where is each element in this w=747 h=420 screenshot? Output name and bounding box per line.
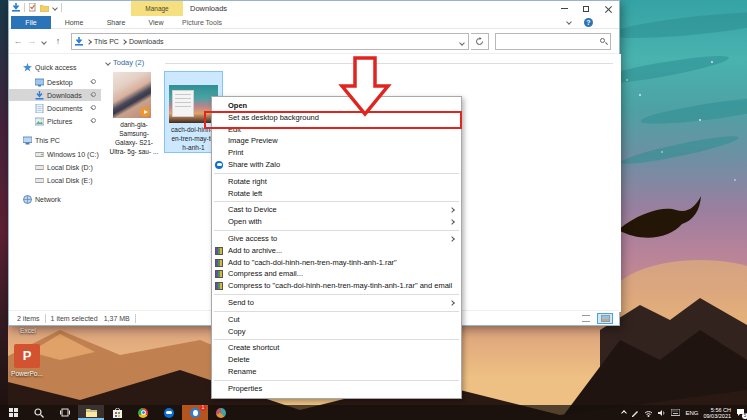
ribbon-tab-home[interactable]: Home [55, 16, 93, 29]
network-wifi-icon[interactable] [644, 409, 653, 417]
sidebar-item-desktop[interactable]: Desktop [9, 76, 101, 88]
menu-item-properties[interactable]: Properties [212, 383, 461, 395]
menu-item-copy[interactable]: Copy [212, 326, 461, 338]
menu-item-delete[interactable]: Delete [212, 354, 461, 366]
ribbon-tab-manage[interactable]: Manage [131, 1, 183, 16]
network-icon [23, 195, 32, 204]
menu-item-compress-and-email[interactable]: Compress and email... [212, 268, 461, 280]
taskbar-microsoft-store[interactable] [104, 405, 130, 420]
taskbar: 1 ENG 5:56 CH 09/03/2021 5 [0, 405, 747, 420]
ribbon-collapse-chevron-icon[interactable] [566, 19, 572, 25]
selected-count: 1 item selected [51, 315, 98, 322]
monitor-icon [35, 78, 44, 87]
thumbnail-view-icon [601, 315, 610, 322]
taskbar-file-explorer[interactable] [78, 405, 104, 420]
qat-customize-chevron-icon[interactable] [52, 5, 58, 11]
sidebar-item-local-disk-d[interactable]: Local Disk (D:) [9, 161, 101, 173]
status-divider [45, 314, 46, 323]
submenu-arrow-icon [449, 208, 455, 214]
forward-button[interactable]: → [25, 33, 39, 49]
menu-item-send-to[interactable]: Send to [212, 297, 461, 309]
menu-separator [214, 230, 459, 231]
group-header[interactable]: Today (2) [106, 58, 144, 67]
menu-item-open-with[interactable]: Open with [212, 216, 461, 228]
items-count: 2 items [17, 315, 40, 322]
red-highlight-box [204, 111, 462, 129]
menu-item-add-to-archive[interactable]: Add to archive... [212, 245, 461, 257]
up-button[interactable]: ↑ [51, 33, 65, 49]
task-view-button[interactable] [52, 405, 78, 420]
back-button[interactable]: ← [11, 33, 25, 49]
submenu-arrow-icon [449, 236, 455, 242]
start-button[interactable] [0, 405, 26, 420]
tray-overflow-chevron-icon[interactable] [622, 410, 628, 416]
taskbar-browser[interactable] [208, 405, 234, 420]
toolbar-separator [61, 3, 62, 12]
pin-icon [90, 92, 95, 97]
pen-icon[interactable] [631, 409, 639, 417]
menu-item-rotate-right[interactable]: Rotate right [212, 176, 461, 188]
winrar-icon [215, 247, 223, 255]
volume-icon[interactable] [658, 409, 666, 417]
ribbon-tab-picture-tools[interactable]: Picture Tools [177, 16, 227, 29]
taskbar-coccoc[interactable]: 1 [182, 405, 208, 420]
sidebar-item-downloads[interactable]: Downloads [9, 89, 101, 101]
breadcrumb-downloads[interactable]: Downloads [129, 38, 164, 45]
ribbon-tab-view[interactable]: View [139, 16, 173, 29]
address-bar[interactable]: This PC Downloads [71, 33, 469, 50]
taskbar-clock[interactable]: 5:56 CH 09/03/2021 [703, 407, 731, 419]
sidebar-item-local-disk-e[interactable]: Local Disk (E:) [9, 174, 101, 186]
sidebar-item-windows-c[interactable]: Windows 10 (C:) [9, 148, 101, 160]
sidebar-item-pictures[interactable]: Pictures [9, 115, 101, 127]
file-item-video[interactable]: danh-gia- Samsung- Galaxy- S21- Ultra- 5… [105, 72, 163, 156]
close-button[interactable] [597, 1, 619, 16]
breadcrumb-this-pc[interactable]: This PC [94, 38, 119, 45]
desktop-icon-label-excel[interactable]: Excel [6, 327, 50, 334]
new-folder-icon[interactable] [40, 4, 49, 12]
action-center-badge: 5 [742, 413, 747, 419]
desktop-icon-label-powerpoint[interactable]: PowerPo... [2, 370, 52, 377]
maximize-button[interactable] [575, 1, 597, 16]
menu-item-create-shortcut[interactable]: Create shortcut [212, 342, 461, 354]
powerpoint-desktop-icon[interactable]: P [14, 344, 40, 368]
menu-item-compress-to-named-rar-and-email[interactable]: Compress to "cach-doi-hinh-nen-tren-may-… [212, 280, 461, 292]
minimize-button[interactable] [553, 1, 575, 16]
menu-item-cut[interactable]: Cut [212, 314, 461, 326]
thumbnail-view-button[interactable] [597, 313, 613, 324]
details-view-button[interactable] [578, 313, 594, 324]
download-arrow-icon [35, 91, 44, 100]
red-arrow-annotation [338, 56, 392, 118]
ribbon-tab-row: File Home Share View Picture Tools ? [9, 16, 619, 29]
sidebar-item-this-pc[interactable]: This PC [9, 134, 101, 146]
menu-item-give-access-to[interactable]: Give access to [212, 233, 461, 245]
sidebar-item-quick-access[interactable]: Quick access [9, 61, 101, 73]
address-bar-row: ← → ↑ This PC Downloads [9, 29, 619, 54]
refresh-button[interactable] [471, 33, 489, 50]
pin-icon [90, 105, 95, 110]
taskbar-chrome[interactable] [130, 405, 156, 420]
sidebar-item-network[interactable]: Network [9, 193, 101, 205]
menu-separator [214, 311, 459, 312]
menu-item-share-with-zalo[interactable]: Share with Zalo [212, 159, 461, 171]
sidebar-item-documents[interactable]: Documents [9, 102, 101, 114]
properties-icon[interactable] [29, 3, 36, 12]
language-indicator[interactable]: ENG [685, 410, 698, 416]
ribbon-tab-file[interactable]: File [11, 16, 51, 29]
taskbar-search-button[interactable] [26, 405, 52, 420]
help-icon[interactable]: ? [584, 18, 593, 27]
action-center-button[interactable]: 5 [736, 408, 745, 417]
menu-separator [214, 201, 459, 202]
taskbar-zalo[interactable] [156, 405, 182, 420]
menu-item-rotate-left[interactable]: Rotate left [212, 188, 461, 200]
pin-icon [90, 79, 95, 84]
menu-item-image-preview[interactable]: Image Preview [212, 135, 461, 147]
menu-item-cast-to-device[interactable]: Cast to Device [212, 204, 461, 216]
recent-locations-chevron-icon[interactable] [41, 39, 47, 45]
menu-item-add-to-named-rar[interactable]: Add to "cach-doi-hinh-nen-tren-may-tinh-… [212, 257, 461, 269]
touch-keyboard-icon[interactable] [671, 409, 680, 416]
menu-item-print[interactable]: Print [212, 147, 461, 159]
menu-item-rename[interactable]: Rename [212, 366, 461, 378]
ribbon-tab-share[interactable]: Share [97, 16, 135, 29]
address-dropdown-chevron-icon[interactable] [459, 40, 465, 46]
search-input[interactable] [495, 33, 611, 50]
